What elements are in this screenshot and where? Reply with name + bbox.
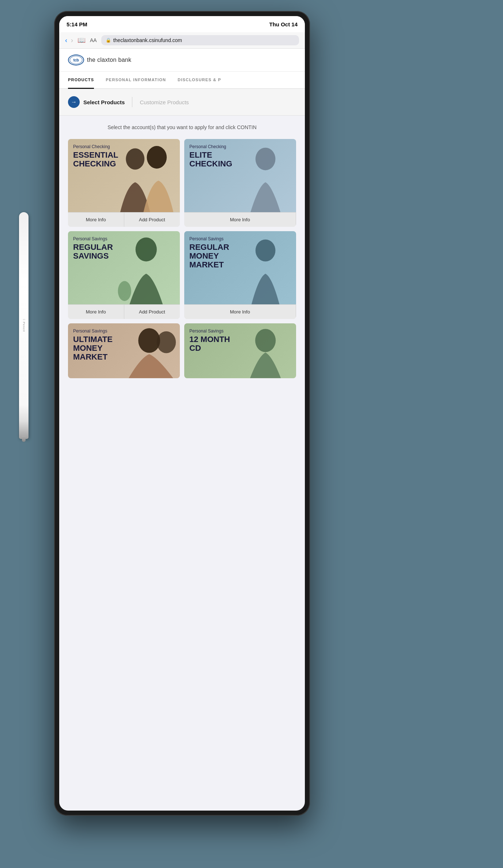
ipad-screen: 5:14 PM Thu Oct 14 ‹ › 📖 AA 🔒 theclaxton…: [59, 16, 305, 811]
pencil-logo:  Pencil: [22, 319, 26, 332]
apple-symbol: : [22, 319, 26, 321]
card-top-cd: Personal Savings 12 MONTHCD: [184, 323, 296, 378]
logo-bar: tcb the claxton bank: [59, 49, 305, 72]
step-indicator: → Select Products Customize Products: [59, 89, 305, 116]
card-12-month-cd[interactable]: Personal Savings 12 MONTHCD: [184, 323, 296, 378]
ipad-frame: 5:14 PM Thu Oct 14 ‹ › 📖 AA 🔒 theclaxton…: [54, 11, 310, 816]
card-top-ultimate: Personal Savings ULTIMATEMONEYMARKET: [68, 323, 180, 378]
svg-point-5: [256, 240, 276, 262]
pencil-body:  Pencil: [19, 212, 29, 439]
step-arrow-icon: →: [71, 99, 77, 105]
forward-button[interactable]: ›: [71, 37, 73, 44]
logo-bank-name: the claxton bank: [87, 57, 131, 63]
svg-point-4: [118, 281, 131, 301]
status-time: 5:14 PM: [67, 21, 87, 27]
more-info-money-market[interactable]: More Info: [184, 305, 296, 319]
card-top-essential: Personal Checking ESSENTIALCHECKING: [68, 139, 180, 212]
more-info-elite[interactable]: More Info: [184, 213, 296, 227]
card-title-cd: 12 MONTHCD: [189, 335, 230, 353]
page-content: Select the account(s) that you want to a…: [59, 116, 305, 387]
status-bar: 5:14 PM Thu Oct 14: [59, 16, 305, 32]
card-actions-elite: More Info: [184, 212, 296, 227]
tab-disclosures[interactable]: DISCLOSURES & P: [178, 72, 221, 89]
status-date: Thu Oct 14: [269, 21, 298, 27]
pencil-tip: [22, 436, 26, 442]
card-essential-checking[interactable]: Personal Checking ESSENTIALCHECKING More…: [68, 139, 180, 227]
url-text: theclaxtonbank.csinufund.com: [113, 37, 182, 43]
bookmark-icon[interactable]: 📖: [77, 36, 86, 44]
svg-point-7: [156, 331, 175, 353]
product-grid: Personal Checking ESSENTIALCHECKING More…: [68, 139, 296, 378]
svg-point-2: [256, 148, 276, 170]
add-product-essential[interactable]: Add Product: [124, 213, 180, 227]
svg-point-0: [126, 148, 144, 169]
page-instruction: Select the account(s) that you want to a…: [68, 124, 296, 130]
card-category-regular-savings: Personal Savings: [73, 236, 107, 241]
card-actions-money-market: More Info: [184, 304, 296, 319]
card-title-money-market: REGULARMONEYMARKET: [189, 243, 229, 270]
add-product-regular-savings[interactable]: Add Product: [124, 305, 180, 319]
logo-tcb-text: tcb: [73, 58, 79, 62]
aa-button[interactable]: AA: [90, 37, 97, 43]
svg-point-3: [136, 237, 157, 261]
svg-point-1: [147, 146, 167, 169]
step-customize-products[interactable]: Customize Products: [140, 99, 189, 105]
svg-point-8: [255, 329, 276, 352]
card-category-ultimate: Personal Savings: [73, 328, 107, 334]
logo-oval: tcb: [68, 55, 84, 65]
tab-products[interactable]: PRODUCTS: [68, 72, 94, 89]
card-ultimate-money-market[interactable]: Personal Savings ULTIMATEMONEYMARKET: [68, 323, 180, 378]
apple-pencil:  Pencil: [19, 212, 29, 439]
card-category-essential: Personal Checking: [73, 144, 110, 149]
card-regular-savings[interactable]: Personal Savings REGULARSAVINGS More Inf…: [68, 231, 180, 319]
card-category-elite: Personal Checking: [189, 144, 226, 149]
card-actions-essential: More Info Add Product: [68, 212, 180, 227]
card-top-elite: Personal Checking ELITECHECKING: [184, 139, 296, 212]
tab-personal-info[interactable]: PERSONAL INFORMATION: [106, 72, 166, 89]
card-category-money-market: Personal Savings: [189, 236, 223, 241]
card-title-ultimate: ULTIMATEMONEYMARKET: [73, 335, 113, 362]
card-top-money-market: Personal Savings REGULARMONEYMARKET: [184, 231, 296, 304]
card-elite-checking[interactable]: Personal Checking ELITECHECKING More Inf…: [184, 139, 296, 227]
address-bar[interactable]: 🔒 theclaxtonbank.csinufund.com: [101, 35, 299, 45]
step-select-label: Select Products: [83, 99, 125, 105]
card-title-elite: ELITECHECKING: [189, 151, 232, 168]
card-title-regular-savings: REGULARSAVINGS: [73, 243, 113, 260]
step-circle-active: →: [68, 96, 80, 108]
step-customize-label: Customize Products: [140, 99, 189, 105]
back-button[interactable]: ‹: [65, 37, 67, 44]
browser-nav: ‹ ›: [65, 37, 73, 44]
card-title-essential: ESSENTIALCHECKING: [73, 151, 118, 168]
card-top-regular-savings: Personal Savings REGULARSAVINGS: [68, 231, 180, 304]
more-info-regular-savings[interactable]: More Info: [68, 305, 124, 319]
card-regular-money-market[interactable]: Personal Savings REGULARMONEYMARKET More…: [184, 231, 296, 319]
pencil-text: Pencil: [22, 322, 26, 332]
card-category-cd: Personal Savings: [189, 328, 223, 334]
lock-icon: 🔒: [106, 38, 111, 43]
more-info-essential[interactable]: More Info: [68, 213, 124, 227]
step-separator: [132, 97, 132, 107]
browser-chrome: ‹ › 📖 AA 🔒 theclaxtonbank.csinufund.com: [59, 32, 305, 49]
card-actions-regular-savings: More Info Add Product: [68, 304, 180, 319]
logo-container: tcb the claxton bank: [68, 55, 296, 65]
nav-tabs: PRODUCTS PERSONAL INFORMATION DISCLOSURE…: [59, 72, 305, 89]
step-select-products[interactable]: → Select Products: [68, 96, 125, 108]
website-content: tcb the claxton bank PRODUCTS PERSONAL I…: [59, 49, 305, 387]
